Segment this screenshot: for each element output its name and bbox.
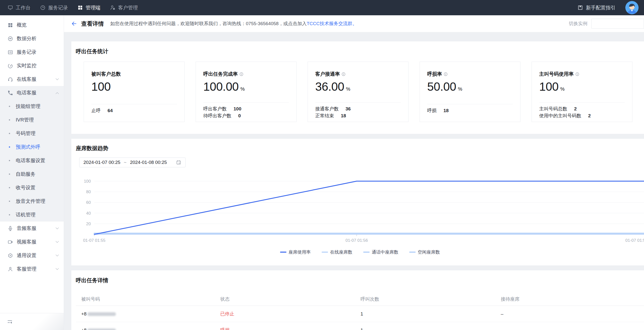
- date-range-picker[interactable]: 2024-01-07 00:25 ~ 2024-01-08 00:25: [79, 157, 186, 167]
- stat-footer: 呼出客户数100待呼出客户数0: [203, 102, 289, 122]
- sidebar-item-概览[interactable]: 概览: [0, 18, 64, 32]
- page-title: 查看详情: [81, 20, 104, 28]
- sidebar-item-音频客服[interactable]: 音频客服: [0, 222, 64, 235]
- stat-footer: 呼损18: [427, 104, 513, 122]
- info-icon[interactable]: [575, 72, 580, 76]
- sidebar-item-label: 预测式外呼: [16, 144, 40, 150]
- table-row[interactable]: +8 呼损 1 –: [76, 322, 644, 330]
- back-arrow-icon[interactable]: [71, 21, 77, 27]
- masked-phone-number: [87, 312, 116, 316]
- beginner-guide-button[interactable]: 新手配置指引: [577, 5, 616, 11]
- chevron-down-icon: [56, 267, 59, 270]
- sidebar-item-电话客服[interactable]: 电话客服: [0, 86, 64, 100]
- stat-footer-row: 接通客户数36: [315, 105, 401, 112]
- sidebar-item-收号设置[interactable]: 收号设置: [0, 181, 64, 195]
- sidebar-item-label: 放音文件管理: [16, 198, 45, 205]
- stat-label: 呼出任务完成率: [203, 71, 238, 77]
- tccc-group-link[interactable]: TCCC技术服务交流群。: [306, 21, 357, 26]
- customer-mgmt-icon: [110, 5, 116, 11]
- sidebar-item-预测式外呼[interactable]: 预测式外呼: [0, 140, 64, 154]
- legend-item-空闲座席数[interactable]: 空闲座席数: [409, 249, 440, 255]
- footer-value: 36: [346, 105, 351, 112]
- table-header-row: 被叫号码状态呼叫次数接待座席: [76, 292, 644, 306]
- audio-service-icon: [8, 226, 13, 231]
- info-icon[interactable]: [341, 72, 346, 76]
- admin-grid-icon: [77, 5, 83, 11]
- stat-value: 50.00: [427, 80, 456, 93]
- legend-item-在线座席数[interactable]: 在线座席数: [322, 249, 352, 255]
- footer-value: 0: [238, 112, 241, 119]
- legend-swatch: [280, 252, 286, 253]
- table-row[interactable]: +8 已停止 1 –: [76, 306, 644, 322]
- status-cell: 已停止: [220, 311, 360, 317]
- sidebar-item-服务记录[interactable]: 服务记录: [0, 45, 64, 59]
- date-range-start: 2024-01-07 00:25: [84, 160, 120, 165]
- footer-value: 100: [234, 105, 242, 112]
- sidebar-item-label: 实时监控: [17, 62, 36, 69]
- sidebar-item-视频客服[interactable]: 视频客服: [0, 235, 64, 249]
- sidebar-item-在线客服[interactable]: 在线客服: [0, 72, 64, 86]
- legend-item-座席使用率[interactable]: 座席使用率: [280, 249, 311, 255]
- online-service-icon: [8, 76, 13, 82]
- service-record-icon: [40, 5, 46, 11]
- svg-text:100: 100: [84, 179, 91, 184]
- stat-footer: 接通客户数36正常结束18: [315, 102, 401, 122]
- top-nav: 工作台服务记录管理端客户管理 新手配置指引: [0, 0, 644, 15]
- svg-text:60: 60: [86, 200, 91, 205]
- info-icon[interactable]: [444, 72, 448, 76]
- footer-value: 18: [341, 112, 346, 119]
- sidebar-item-数据分析[interactable]: 数据分析: [0, 32, 64, 45]
- stat-card: 客户接通率 36.00 % 接通客户数36正常结束18: [308, 62, 408, 122]
- collapse-sidebar-icon[interactable]: [7, 319, 13, 324]
- topnav-label: 服务记录: [48, 5, 68, 11]
- sidebar-item-label: 收号设置: [16, 184, 36, 191]
- stat-footer-row: 止呼64: [91, 107, 177, 114]
- realtime-monitor-icon: [8, 63, 13, 69]
- sidebar-item-自助服务[interactable]: 自助服务: [0, 167, 64, 181]
- calendar-icon[interactable]: [176, 160, 181, 165]
- guide-book-icon: [577, 5, 583, 11]
- topnav-item[interactable]: 客户管理: [110, 5, 138, 11]
- stat-unit: %: [240, 86, 245, 92]
- stat-footer-row: 正常结束18: [315, 112, 401, 119]
- sidebar: 概览数据分析服务记录实时监控在线客服电话客服技能组管理IVR管理号码管理预测式外…: [0, 15, 64, 330]
- sidebar-item-技能组管理[interactable]: 技能组管理: [0, 100, 64, 113]
- stat-footer-row: 呼出客户数100: [203, 105, 289, 112]
- sidebar-item-放音文件管理[interactable]: 放音文件管理: [0, 195, 64, 208]
- info-icon[interactable]: [239, 72, 244, 76]
- stat-card: 呼出任务完成率 100.00 % 呼出客户数100待呼出客户数0: [196, 62, 296, 122]
- agent-mgmt-icon: [8, 266, 13, 272]
- legend-item-通话中座席数[interactable]: 通话中座席数: [363, 249, 398, 255]
- sidebar-item-通用设置[interactable]: 通用设置: [0, 249, 64, 262]
- footer-key: 使用中的主叫号码数: [539, 112, 581, 119]
- sidebar-item-话机管理[interactable]: 话机管理: [0, 208, 64, 222]
- user-avatar[interactable]: [625, 1, 638, 14]
- support-notice: 如您在使用过程中遇到任何问题，欢迎随时联系我们，咨询热线：0755-365640…: [110, 21, 357, 27]
- general-settings-icon: [8, 253, 13, 259]
- sidebar-item-IVR管理[interactable]: IVR管理: [0, 113, 64, 127]
- chevron-down-icon: [56, 77, 59, 80]
- stat-card: 呼损率 50.00 % 呼损18: [420, 62, 520, 122]
- stat-label: 主叫号码使用率: [539, 71, 574, 77]
- footer-key: 呼出客户数: [203, 105, 227, 112]
- footer-key: 呼损: [427, 107, 436, 114]
- topnav-item[interactable]: 服务记录: [40, 5, 68, 11]
- chevron-down-icon: [56, 226, 59, 229]
- sidebar-item-客服管理[interactable]: 客服管理: [0, 262, 64, 276]
- column-header: 被叫号码: [81, 296, 220, 302]
- sidebar-item-电话客服设置[interactable]: 电话客服设置: [0, 154, 64, 167]
- sidebar-item-label: 概览: [17, 22, 26, 28]
- topnav-item[interactable]: 工作台: [8, 5, 30, 11]
- sidebar-menu: 概览数据分析服务记录实时监控在线客服电话客服技能组管理IVR管理号码管理预测式外…: [0, 15, 64, 276]
- sidebar-item-label: 客服管理: [17, 266, 36, 272]
- date-range-separator: ~: [124, 160, 126, 165]
- column-header: 状态: [220, 296, 360, 302]
- instance-select[interactable]: [591, 19, 644, 29]
- outbound-task-stats-panel: 呼出任务统计 被叫客户总数 100 止呼64 呼出任务完成率 100.00 %: [71, 41, 644, 134]
- topnav-item[interactable]: 管理端: [77, 5, 100, 11]
- top-nav-items: 工作台服务记录管理端客户管理: [8, 5, 138, 11]
- topnav-label: 客户管理: [118, 5, 138, 11]
- stat-footer-row: 待呼出客户数0: [203, 112, 289, 119]
- sidebar-item-号码管理[interactable]: 号码管理: [0, 127, 64, 140]
- sidebar-item-实时监控[interactable]: 实时监控: [0, 59, 64, 72]
